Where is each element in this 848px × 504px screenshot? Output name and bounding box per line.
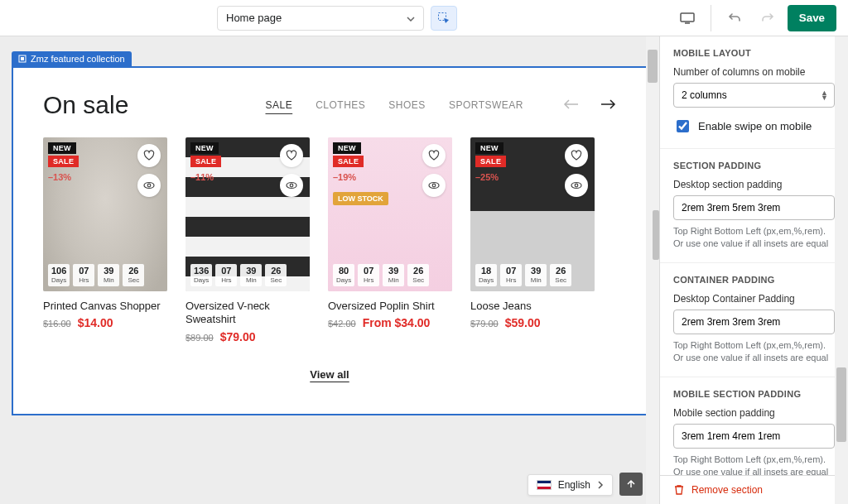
badge-sale: SALE [475, 156, 506, 167]
product-image: NEW SALE –19% LOW STOCK 80Days 07Hrs 39M… [328, 137, 452, 291]
svg-point-9 [432, 184, 436, 187]
quickview-icon[interactable] [422, 174, 446, 197]
product-card[interactable]: NEW SALE –25% 18Days 07Hrs 39Min 26Sec L… [470, 137, 595, 343]
quickview-icon[interactable] [280, 174, 303, 197]
wishlist-icon[interactable] [280, 144, 303, 167]
svg-point-7 [290, 184, 293, 187]
save-button[interactable]: Save [788, 5, 836, 31]
language-label: English [558, 479, 590, 491]
product-grid: NEW SALE –13% 106Days 07Hrs 39Min 26Sec … [43, 137, 616, 343]
settings-sidebar: MOBILE LAYOUT Number of columns on mobil… [659, 36, 848, 504]
group-section-padding-title: SECTION PADDING [673, 161, 835, 170]
price-compare: $16.00 [43, 319, 71, 329]
wishlist-icon[interactable] [565, 144, 588, 167]
section-tag[interactable]: Zmz featured collection [12, 51, 132, 66]
mobile-section-padding-input[interactable] [673, 424, 835, 449]
desktop-view-icon[interactable] [674, 6, 701, 31]
svg-point-5 [147, 184, 151, 187]
divider [711, 5, 711, 31]
preview-scrollbar[interactable] [646, 36, 659, 504]
product-title: Loose Jeans [470, 300, 595, 313]
scroll-to-top-button[interactable] [619, 473, 643, 496]
flag-uk-icon [537, 480, 552, 490]
section-frame[interactable]: On sale SALE CLOTHES SHOES SPORTSWEAR NE… [12, 66, 648, 415]
section-tag-label: Zmz featured collection [31, 54, 125, 64]
tab-sale[interactable]: SALE [265, 99, 292, 111]
group-mobile-layout-title: MOBILE LAYOUT [673, 48, 835, 58]
desktop-container-padding-label: Desktop Container Padding [673, 293, 835, 305]
wishlist-icon[interactable] [137, 144, 161, 167]
product-card[interactable]: NEW SALE –13% 106Days 07Hrs 39Min 26Sec … [43, 137, 167, 343]
price-current: $59.00 [505, 316, 541, 329]
section-title: On sale [43, 91, 128, 119]
svg-point-10 [571, 183, 581, 189]
carousel-next-icon[interactable] [600, 99, 616, 112]
countdown-timer: 136Days 07Hrs 39Min 26Sec [190, 264, 287, 286]
badge-low-stock: LOW STOCK [333, 192, 388, 205]
price-current: From $34.00 [363, 316, 431, 329]
carousel-prev-icon[interactable] [563, 99, 580, 112]
tab-clothes[interactable]: CLOTHES [316, 99, 365, 111]
countdown-timer: 80Days 07Hrs 39Min 26Sec [333, 264, 429, 286]
help-text: Top Right Bottom Left (px,em,%,rem).Or u… [673, 454, 835, 475]
svg-rect-3 [21, 57, 24, 60]
badge-new: NEW [475, 142, 504, 154]
chevron-down-icon [407, 12, 415, 24]
arrow-up-icon [626, 479, 636, 489]
remove-section-label: Remove section [691, 484, 763, 496]
inspector-toggle[interactable] [431, 6, 457, 31]
product-card[interactable]: NEW SALE –11% 136Days 07Hrs 39Min 26Sec … [186, 137, 310, 343]
columns-select[interactable]: 2 columns [673, 83, 835, 108]
product-title: Oversized Poplin Shirt [328, 300, 452, 313]
swipe-label: Enable swipe on mobile [698, 120, 812, 132]
product-image: NEW SALE –25% 18Days 07Hrs 39Min 26Sec [470, 137, 595, 291]
product-image: NEW SALE –13% 106Days 07Hrs 39Min 26Sec [43, 137, 167, 291]
svg-point-4 [144, 183, 154, 189]
product-title: Printed Canvas Shopper [43, 300, 167, 313]
page-selector[interactable]: Home page [217, 6, 424, 31]
desktop-section-padding-label: Desktop section padding [673, 179, 835, 190]
group-container-padding-title: CONTAINER PADDING [673, 275, 835, 285]
section-tag-icon [18, 55, 26, 63]
redo-button[interactable] [754, 6, 781, 31]
countdown-timer: 18Days 07Hrs 39Min 26Sec [475, 264, 571, 286]
desktop-section-padding-input[interactable] [673, 195, 835, 220]
remove-section-button[interactable]: Remove section [660, 475, 848, 504]
view-all-link[interactable]: View all [310, 368, 349, 381]
product-card[interactable]: NEW SALE –19% LOW STOCK 80Days 07Hrs 39M… [328, 137, 452, 343]
mobile-section-padding-label: Mobile section padding [673, 407, 835, 419]
page-selector-value: Home page [226, 12, 282, 24]
trash-icon [673, 484, 685, 496]
swipe-checkbox[interactable] [677, 120, 689, 132]
quickview-icon[interactable] [137, 174, 161, 197]
preview-scrollbar-mid[interactable] [653, 210, 659, 260]
price-compare: $42.00 [328, 319, 356, 329]
tab-sportswear[interactable]: SPORTSWEAR [449, 99, 523, 111]
help-text: Top Right Bottom Left (px,em,%,rem).Or u… [673, 225, 835, 251]
columns-label: Number of columns on mobile [673, 66, 835, 78]
group-mobile-section-padding-title: MOBILE SECTION PADDING [673, 389, 835, 399]
price-compare: $79.00 [470, 319, 499, 329]
quickview-icon[interactable] [565, 174, 588, 197]
svg-point-8 [429, 183, 439, 189]
badge-new: NEW [48, 142, 76, 154]
product-image: NEW SALE –11% 136Days 07Hrs 39Min 26Sec [186, 137, 310, 291]
preview-canvas: Zmz featured collection On sale SALE CLO… [0, 36, 659, 504]
desktop-container-padding-input[interactable] [673, 310, 835, 334]
chevron-right-icon [597, 481, 604, 489]
tab-shoes[interactable]: SHOES [388, 99, 426, 111]
badge-sale: SALE [333, 156, 364, 167]
sidebar-scrollbar[interactable] [835, 36, 848, 504]
price-current: $14.00 [78, 316, 113, 329]
svg-point-6 [287, 183, 296, 189]
product-title: Oversized V-neck Sweatshirt [186, 300, 310, 327]
discount-label: –25% [475, 172, 499, 182]
wishlist-icon[interactable] [422, 144, 446, 167]
badge-sale: SALE [48, 156, 79, 167]
svg-point-11 [575, 184, 578, 187]
discount-label: –11% [190, 172, 214, 182]
badge-new: NEW [190, 142, 219, 154]
language-selector[interactable]: English [528, 474, 613, 496]
undo-button[interactable] [721, 6, 748, 31]
badge-new: NEW [333, 142, 361, 154]
